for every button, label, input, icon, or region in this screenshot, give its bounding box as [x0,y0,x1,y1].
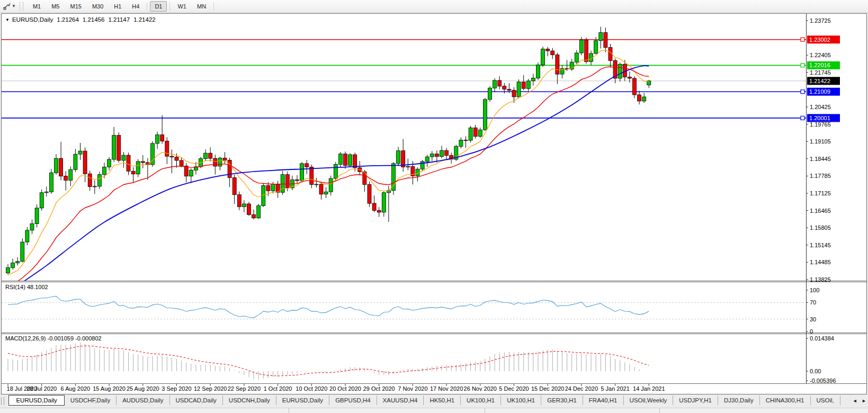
chart-window[interactable]: 1.237251.224051.217451.204251.197651.191… [1,13,867,394]
chart-tab-eurusd-daily-5[interactable]: EURUSD,Daily [276,396,329,405]
price-axis[interactable]: 1.237251.224051.217451.204251.197651.191… [806,17,831,283]
chart-tool-glyph [3,2,11,10]
horizontal-line-1.22016[interactable] [2,64,806,67]
horizontal-line-1.20001[interactable] [2,116,806,120]
macd-tick-label: 0.014384 [810,335,834,342]
chart-tab-gbpusd-h4-6[interactable]: GBPUSD,H4 [329,396,377,405]
macd-histogram [8,343,649,380]
horizontal-line-1.21009[interactable] [2,90,806,94]
timeframe-m5-button[interactable]: M5 [47,1,64,12]
chart-tab-usoil-weekly-13[interactable]: USOil,Weekly [624,396,674,405]
chart-tab-usdcad-daily-3[interactable]: USDCAD,Daily [170,396,223,405]
price-tick-label: 1.14485 [810,259,831,265]
tabs-scroll-right-icon[interactable]: ► [862,398,866,403]
line-handle[interactable] [801,90,804,94]
chart-tab-dj30-daily-15[interactable]: DJ30,Daily [718,396,760,405]
chart-tab-china300-h1-16[interactable]: CHINA300,H1 [760,396,811,405]
date-tick-label: 22 Sep 2020 [228,385,261,392]
chart-tab-fra40-h1-12[interactable]: FRA40,H1 [583,396,624,405]
toolbar-grip[interactable] [20,2,23,11]
timeframe-mn-button[interactable]: MN [192,1,211,12]
date-tick-label: 25 Aug 2020 [127,385,159,392]
toolbar: ▼ M1 M5 M15 M30 H1 H4 D1 W1 MN [0,0,868,13]
date-tick-label: 29 Oct 2020 [363,385,395,392]
date-tick-label: 10 Oct 2020 [296,385,327,392]
price-tick-label: 1.19105 [810,138,831,145]
timeframe-h4-button[interactable]: H4 [127,1,144,12]
mt4-window: ▼ M1 M5 M15 M30 H1 H4 D1 W1 MN 1.237251.… [0,0,868,413]
date-tick-label: 15 Aug 2020 [93,385,126,392]
macd-tick-label: 0.00 [810,368,821,374]
date-tick-label: 7 Nov 2020 [398,385,427,392]
svg-text:1.23002: 1.23002 [809,37,830,43]
timeframe-m1-button[interactable]: M1 [28,1,46,12]
chart-tab-uk100-h1-10[interactable]: UK100,H1 [501,396,541,405]
dropdown-caret-icon[interactable]: ▼ [12,4,16,8]
date-tick-label: 20 Oct 2020 [329,385,361,392]
tabs-scroll-left-icon[interactable]: ◄ [853,398,857,403]
rsi-line [8,296,649,318]
chart-tool-icon[interactable] [2,2,12,11]
current-price-label: 1.21422 [807,77,840,85]
chart-tab-bar: EURUSD,DailyUSDCHF,DailyAUDUSD,DailyUSDC… [0,395,868,407]
chart-canvas[interactable]: 1.237251.224051.217451.204251.197651.191… [2,14,866,393]
chart-tab-usdjpy-h1-14[interactable]: USDJPY,H1 [673,396,718,405]
pane-splitter[interactable] [2,281,866,282]
line-handle[interactable] [801,38,804,41]
chart-svg[interactable]: 1.237251.224051.217451.204251.197651.191… [2,14,866,393]
macd-tick-label: -0.005396 [810,378,836,384]
tabbar-grip[interactable] [1,397,4,405]
timeframe-d1-button[interactable]: D1 [150,1,167,12]
status-strip [0,408,868,413]
pane-splitter[interactable] [2,333,866,334]
date-tick-label: 15 Dec 2020 [531,385,564,392]
svg-text:1.21422: 1.21422 [809,78,830,84]
price-tick-label: 1.13825 [810,276,831,283]
svg-text:1.20001: 1.20001 [809,115,830,121]
timeframe-m30-button[interactable]: M30 [87,1,108,12]
timeframe-w1-button[interactable]: W1 [173,1,191,12]
chart-tab-ger30-h1-11[interactable]: GER30,H1 [541,396,583,405]
status-separator [289,408,289,413]
macd-axis[interactable]: 0.0143840.00-0.005396 [806,335,836,384]
rsi-tick-label: 30 [810,316,816,322]
chart-tab-uk100-h1-9[interactable]: UK100,H1 [461,396,501,405]
date-tick-label: 24 Dec 2020 [565,385,598,392]
date-tick-label: 14 Jan 2021 [633,385,665,392]
status-separator [485,408,485,413]
candlestick-series [6,27,651,275]
price-tick-label: 1.21745 [810,69,831,76]
toolbar-separator [169,2,170,11]
price-label-green: 1.22016 [807,61,840,69]
price-tick-label: 1.22405 [810,52,831,58]
horizontal-line-1.23002[interactable] [2,38,806,41]
price-tick-label: 1.17785 [810,173,831,179]
date-tick-label: 5 Jan 2021 [601,385,629,392]
timeframe-h1-button[interactable]: H1 [109,1,126,12]
chart-tab-hk50-h1-8[interactable]: HK50,H1 [424,396,461,405]
chart-tab-audusd-daily-2[interactable]: AUDUSD,Daily [117,396,169,405]
chart-tab-usdchf-daily-1[interactable]: USDCHF,Daily [65,396,117,405]
price-tick-label: 1.18445 [810,156,831,162]
toolbar-separator [147,2,147,11]
toolbar-separator [213,2,214,11]
price-tick-label: 1.16465 [810,208,831,214]
date-tick-label: 17 Nov 2020 [430,385,463,392]
chart-tab-eurusd-daily-0[interactable]: EURUSD,Daily [8,395,64,406]
timeframe-m15-button[interactable]: M15 [65,1,86,12]
price-tick-label: 1.19765 [810,121,831,128]
price-tick-label: 1.17125 [810,190,831,196]
price-label-blue-2: 1.20001 [807,114,840,122]
date-tick-label: 1 Oct 2020 [264,385,292,392]
date-tick-label: 5 Dec 2020 [499,385,529,392]
price-tick-label: 1.15805 [810,225,831,231]
date-axis[interactable]: 18 Jul 202028 Jul 20206 Aug 202015 Aug 2… [7,384,665,392]
chart-tab-usdcnh-daily-4[interactable]: USDCNH,Daily [223,396,276,405]
line-handle[interactable] [801,64,804,67]
line-handle[interactable] [801,116,804,120]
date-tick-label: 26 Nov 2020 [464,385,497,392]
rsi-tick-label: 0 [810,328,813,335]
chart-tab-xauusd-h4-7[interactable]: XAUUSD,H4 [377,396,424,405]
chart-tab-usoil-17[interactable]: USOil, [811,396,840,405]
rsi-axis[interactable]: 10070300 [806,287,819,335]
